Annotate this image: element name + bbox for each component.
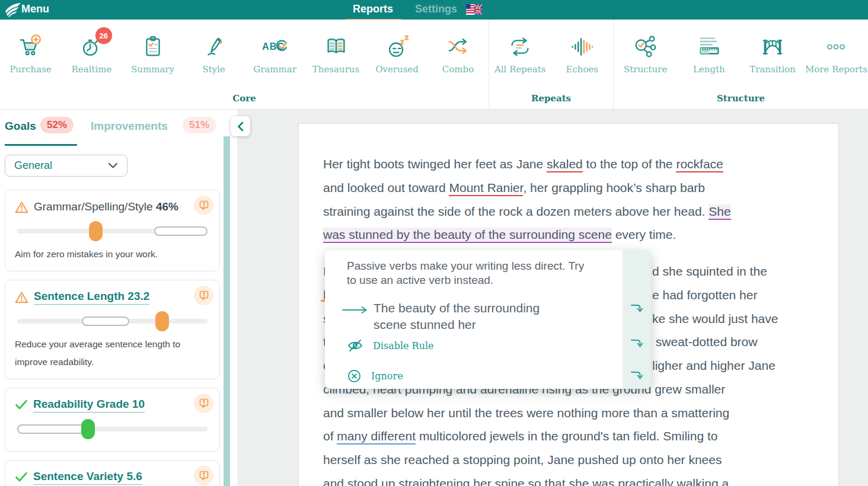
toolbar-item-label: Transition bbox=[749, 64, 796, 75]
bridge-icon bbox=[759, 31, 786, 62]
slider-target-range bbox=[154, 226, 208, 236]
doc-text: and smaller below her until the trees we… bbox=[323, 406, 729, 420]
nodes-icon bbox=[632, 31, 659, 62]
doc-line: of many different multicolored jewels in… bbox=[323, 427, 717, 445]
language-flag-icon[interactable] bbox=[466, 4, 482, 17]
reports-toolbar: Purchase 26 Realtime bbox=[0, 20, 868, 110]
goal-title-link[interactable]: Readability Grade 10 bbox=[33, 398, 145, 413]
doc-line: and stood up straightening her spine so … bbox=[323, 475, 729, 486]
suggestion-popup: Passive verbs make your writing less dir… bbox=[325, 250, 651, 389]
doc-line: was stunned by the beauty of the surroun… bbox=[323, 226, 676, 244]
highlight-blue[interactable]: many different bbox=[337, 429, 416, 445]
doc-text: to the top of the bbox=[583, 157, 676, 171]
warning-icon bbox=[15, 291, 28, 303]
toolbar-group-repeats: All Repeats Echoes Repeats bbox=[489, 20, 613, 109]
realtime-count-badge: 26 bbox=[95, 27, 112, 44]
goal-tooltip-icon[interactable] bbox=[194, 286, 213, 305]
active-sidebar-tab-indicator bbox=[5, 144, 77, 146]
goal-tooltip-icon[interactable] bbox=[194, 466, 213, 485]
doc-text: d she squinted in the bbox=[652, 263, 767, 280]
highlight-red[interactable]: rockface bbox=[676, 157, 723, 172]
check-icon bbox=[15, 399, 28, 410]
highlight-purple[interactable]: was stunned by the beauty of the surroun… bbox=[323, 228, 612, 243]
suggestion-message: Passive verbs make your writing less dir… bbox=[347, 259, 596, 287]
goal-description: Reduce your average sentence length to i… bbox=[15, 335, 210, 371]
slider-target-range bbox=[82, 316, 129, 326]
slider-thumb[interactable] bbox=[155, 311, 169, 331]
goal-title-link[interactable]: Sentence Length 23.2 bbox=[34, 290, 149, 305]
chevron-down-icon bbox=[108, 162, 118, 169]
apply-arrow-icon[interactable] bbox=[630, 337, 644, 352]
goal-card-list: Grammar/Spelling/Style 46% Aim for zero … bbox=[5, 190, 220, 486]
doc-line: Her tight boots twinged her feet as Jane… bbox=[323, 155, 723, 173]
goal-tooltip-icon[interactable] bbox=[194, 394, 213, 413]
doc-text: of bbox=[323, 429, 337, 443]
prowritingaid-logo-icon[interactable] bbox=[5, 2, 21, 20]
group-label-core: Core bbox=[0, 93, 489, 104]
group-label-structure: Structure bbox=[614, 93, 868, 104]
sidebar-collapse-button[interactable] bbox=[231, 116, 250, 136]
circle-x-icon bbox=[347, 369, 361, 383]
doc-text: sweat-dotted brow bbox=[652, 333, 757, 351]
doc-text: every time. bbox=[612, 228, 676, 241]
ruler-icon bbox=[695, 31, 723, 62]
popup-action-strip bbox=[623, 250, 651, 389]
apply-arrow-icon[interactable] bbox=[630, 369, 644, 384]
goal-slider bbox=[17, 427, 208, 431]
goal-card-grammar: Grammar/Spelling/Style 46% Aim for zero … bbox=[5, 190, 220, 271]
goal-card-sentence-variety: Sentence Variety 5.6 bbox=[5, 460, 220, 486]
soundwave-icon bbox=[569, 31, 596, 62]
toolbar-group-core: Purchase 26 Realtime bbox=[0, 20, 489, 109]
toolbar-item-label: Combo bbox=[442, 64, 474, 75]
repeat-arrows-icon bbox=[506, 31, 534, 62]
menu-button[interactable]: Menu bbox=[21, 3, 49, 15]
goal-category-dropdown[interactable]: General bbox=[5, 155, 127, 177]
toolbar-item-label: Summary bbox=[131, 64, 174, 75]
top-bar: Menu Reports Settings bbox=[0, 0, 868, 20]
doc-text: e had forgotten her bbox=[652, 286, 757, 304]
suggestion-replacement[interactable]: The beauty of the surrounding scene stun… bbox=[374, 300, 575, 333]
doc-text: herself as she reached a stopping point,… bbox=[323, 453, 722, 466]
toolbar-item-label: Overused bbox=[375, 64, 419, 75]
tab-settings[interactable]: Settings bbox=[415, 3, 457, 15]
toolbar-item-label: Length bbox=[693, 64, 725, 75]
slider-target-range bbox=[17, 424, 88, 434]
goal-slider bbox=[17, 229, 208, 234]
goal-card-sentence-length: Sentence Length 23.2 Reduce your average… bbox=[5, 280, 220, 379]
slider-thumb[interactable] bbox=[81, 419, 95, 439]
ignore-button[interactable]: Ignore bbox=[347, 369, 403, 383]
toolbar-item-label: More Reports bbox=[805, 64, 867, 75]
toolbar-item-label: Purchase bbox=[9, 64, 52, 75]
toolbar-item-label: Style bbox=[202, 64, 225, 75]
long-arrow-icon bbox=[342, 306, 369, 316]
doc-text: and looked out toward bbox=[323, 181, 449, 194]
slider-thumb[interactable] bbox=[89, 221, 103, 241]
doc-text: ligher and higher Jane bbox=[652, 357, 776, 375]
doc-line: straining against the side of the rock a… bbox=[323, 203, 731, 220]
highlight-red[interactable]: skaled bbox=[547, 157, 583, 172]
tab-goals[interactable]: Goals bbox=[5, 120, 36, 133]
ellipsis-icon bbox=[822, 31, 850, 62]
toolbar-item-label: Thesaurus bbox=[312, 64, 359, 75]
goal-title-link[interactable]: Sentence Variety 5.6 bbox=[33, 470, 142, 485]
sidebar-scrollbar[interactable] bbox=[224, 136, 230, 486]
goal-tooltip-icon[interactable] bbox=[194, 196, 213, 215]
tab-improvements[interactable]: Improvements bbox=[91, 120, 168, 133]
ignore-label: Ignore bbox=[371, 370, 403, 382]
toolbar-item-label: Realtime bbox=[72, 64, 112, 75]
chevron-left-icon bbox=[237, 122, 244, 132]
tab-reports[interactable]: Reports bbox=[353, 3, 393, 15]
apply-arrow-icon[interactable] bbox=[630, 302, 644, 317]
improvements-score-badge: 51% bbox=[183, 117, 216, 133]
disable-rule-button[interactable]: Disable Rule bbox=[347, 339, 434, 352]
toolbar-item-label: All Repeats bbox=[494, 64, 546, 75]
goal-slider bbox=[17, 319, 208, 324]
group-label-repeats: Repeats bbox=[489, 93, 613, 104]
check-icon bbox=[15, 472, 28, 482]
toolbar-item-label: Grammar bbox=[253, 64, 296, 75]
doc-line: and smaller below her until the trees we… bbox=[323, 404, 729, 422]
goal-description: Aim for zero mistakes in your work. bbox=[15, 245, 210, 263]
highlight-purple[interactable]: She bbox=[709, 204, 730, 220]
doc-text: Her tight boots twinged her feet as Jane bbox=[323, 157, 547, 171]
highlight-red[interactable]: Mount Ranier bbox=[449, 181, 523, 196]
